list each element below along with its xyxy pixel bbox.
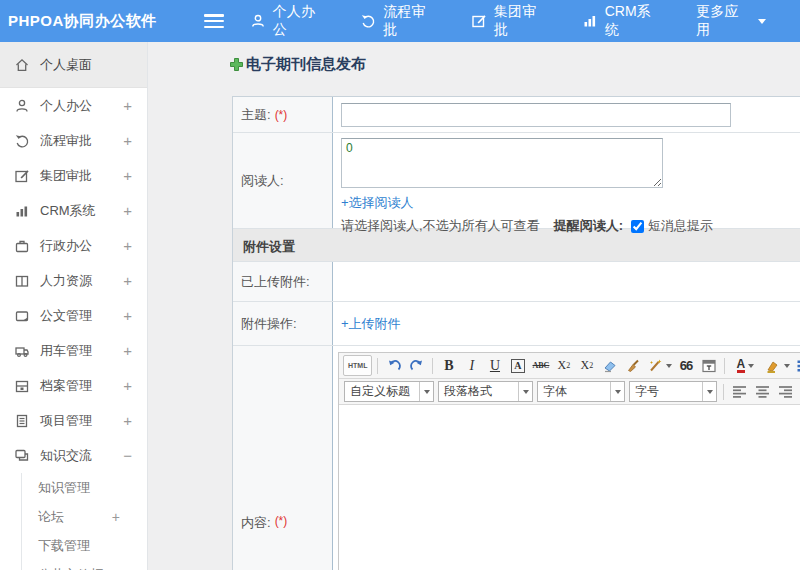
subject-row: 主题: (*)	[233, 97, 800, 133]
sidebar-item-process-approval[interactable]: 流程审批 +	[0, 123, 147, 158]
process-icon	[14, 133, 30, 149]
align-right-icon[interactable]	[775, 381, 796, 402]
sidebar-item-label: 个人桌面	[40, 56, 147, 74]
select-readers-link[interactable]: +选择阅读人	[341, 194, 414, 212]
app-logo[interactable]: PHPOA协同办公软件	[0, 12, 196, 31]
person-icon	[14, 98, 30, 114]
sidebar-item-label: 个人办公	[40, 97, 123, 115]
magic-wand-icon[interactable]	[645, 355, 673, 376]
attachment-action-label-cell: 附件操作:	[233, 302, 333, 345]
sidebar-item-personal-desktop[interactable]: 个人桌面	[0, 42, 147, 88]
form-table: 主题: (*) 阅读人: 0 +选择阅读人 请选择阅读人,不选为所有人可查看 提…	[232, 96, 800, 570]
undo-icon[interactable]	[383, 355, 404, 376]
font-family-select[interactable]: 字体	[537, 381, 625, 402]
sidebar-item-label: 档案管理	[40, 377, 123, 395]
editor-toolbar-row1: HTML B I U A ABC X2	[339, 353, 800, 379]
uploaded-label-cell: 已上传附件:	[233, 262, 333, 301]
superscript-button[interactable]: X2	[553, 355, 574, 376]
expand-icon[interactable]: +	[123, 377, 147, 394]
format-brush-icon[interactable]	[622, 355, 643, 376]
align-left-icon[interactable]	[729, 381, 750, 402]
sidebar-subitem-public-cabinet[interactable]: 公共文件柜	[22, 560, 147, 570]
sidebar-item-document-mgmt[interactable]: 公文管理 +	[0, 298, 147, 333]
notebook-icon	[14, 413, 30, 429]
expand-icon[interactable]: +	[123, 237, 147, 254]
edit-icon	[14, 168, 30, 184]
expand-icon[interactable]: +	[123, 167, 147, 184]
highlight-color-button[interactable]	[762, 355, 792, 376]
expand-icon[interactable]: +	[123, 342, 147, 359]
italic-button[interactable]: I	[461, 355, 482, 376]
blockquote-button[interactable]: 66	[675, 355, 696, 376]
sidebar-item-group-approval[interactable]: 集团审批 +	[0, 158, 147, 193]
custom-title-select[interactable]: 自定义标题	[344, 381, 434, 402]
expand-icon[interactable]: +	[123, 307, 147, 324]
readers-textarea[interactable]: 0	[341, 138, 663, 188]
content-row: 内容: (*) HTML B	[233, 346, 800, 570]
nav-process-approval[interactable]: 流程审批	[360, 3, 437, 39]
nav-more-apps[interactable]: 更多应用	[696, 3, 766, 39]
remind-readers-label: 提醒阅读人:	[554, 217, 623, 235]
sidebar-item-vehicle-mgmt[interactable]: 用车管理 +	[0, 333, 147, 368]
sidebar-item-label: 集团审批	[40, 167, 123, 185]
expand-icon[interactable]: +	[123, 202, 147, 219]
align-center-icon[interactable]	[752, 381, 773, 402]
sidebar-subitem-forum[interactable]: 论坛 +	[22, 502, 147, 531]
sidebar-subitem-label: 知识管理	[38, 479, 147, 497]
nav-label: 集团审批	[494, 3, 548, 39]
expand-icon[interactable]: +	[123, 132, 147, 149]
uploaded-attachments-row: 已上传附件:	[233, 262, 800, 302]
collapse-icon[interactable]: −	[123, 447, 147, 464]
editor-content-area[interactable]	[339, 405, 800, 570]
top-navigation: 个人办公 流程审批 集团审批 CRM系统 更多应用	[250, 3, 800, 39]
eraser-icon[interactable]	[599, 355, 620, 376]
nav-crm-system[interactable]: CRM系统	[582, 3, 662, 39]
ordered-list-button[interactable]	[794, 355, 800, 376]
uploaded-attachments-label: 已上传附件:	[241, 273, 310, 291]
subject-input-cell	[333, 97, 800, 132]
font-size-select[interactable]: 字号	[629, 381, 717, 402]
upload-attachment-link[interactable]: +上传附件	[341, 315, 401, 333]
bold-button[interactable]: B	[438, 355, 459, 376]
redo-icon[interactable]	[406, 355, 427, 376]
subscript-button[interactable]: X2	[576, 355, 597, 376]
subject-input[interactable]	[341, 103, 731, 127]
nav-personal-office[interactable]: 个人办公	[250, 3, 327, 39]
main-content: 电子期刊信息发布 主题: (*) 阅读人: 0 +选择阅读人 请选择阅读人,不选…	[149, 42, 800, 570]
sidebar-subitem-knowledge-mgmt[interactable]: 知识管理	[22, 473, 147, 502]
content-label-cell: 内容: (*)	[233, 346, 333, 570]
sidebar-subitem-label: 论坛	[38, 508, 112, 526]
font-color-button[interactable]: A	[730, 355, 760, 376]
chevron-down-icon	[615, 390, 621, 394]
sidebar-item-knowledge-exchange[interactable]: 知识交流 −	[0, 438, 147, 473]
sidebar-item-hr[interactable]: 人力资源 +	[0, 263, 147, 298]
expand-icon[interactable]: +	[123, 412, 147, 429]
expand-icon[interactable]: +	[123, 97, 147, 114]
bar-chart-icon	[582, 13, 598, 29]
nav-label: CRM系统	[605, 3, 662, 39]
briefcase-icon	[14, 238, 30, 254]
hamburger-menu-icon[interactable]	[204, 14, 224, 28]
readers-row: 阅读人: 0 +选择阅读人 请选择阅读人,不选为所有人可查看 提醒阅读人: 短消…	[233, 133, 800, 229]
insert-date-icon[interactable]	[698, 355, 719, 376]
chevron-down-icon	[666, 364, 672, 368]
sidebar-subitem-download-mgmt[interactable]: 下载管理	[22, 531, 147, 560]
expand-icon[interactable]: +	[123, 272, 147, 289]
html-source-button[interactable]: HTML	[343, 355, 372, 376]
sidebar-item-label: 知识交流	[40, 447, 123, 465]
paragraph-format-select[interactable]: 段落格式	[438, 381, 533, 402]
sidebar-item-personal-office[interactable]: 个人办公 +	[0, 88, 147, 123]
sms-remind-checkbox[interactable]	[631, 220, 644, 233]
style-box-button[interactable]: A	[511, 359, 524, 373]
sidebar-item-crm[interactable]: CRM系统 +	[0, 193, 147, 228]
chevron-down-icon	[523, 390, 529, 394]
sidebar-item-project-mgmt[interactable]: 项目管理 +	[0, 403, 147, 438]
strikethrough-button[interactable]: ABC	[530, 355, 551, 376]
nav-group-approval[interactable]: 集团审批	[471, 3, 548, 39]
underline-button[interactable]: U	[484, 355, 505, 376]
sidebar-item-label: 行政办公	[40, 237, 123, 255]
expand-icon[interactable]: +	[112, 509, 147, 525]
nav-label: 个人办公	[273, 3, 327, 39]
sidebar-item-archive-mgmt[interactable]: 档案管理 +	[0, 368, 147, 403]
sidebar-item-admin-office[interactable]: 行政办公 +	[0, 228, 147, 263]
